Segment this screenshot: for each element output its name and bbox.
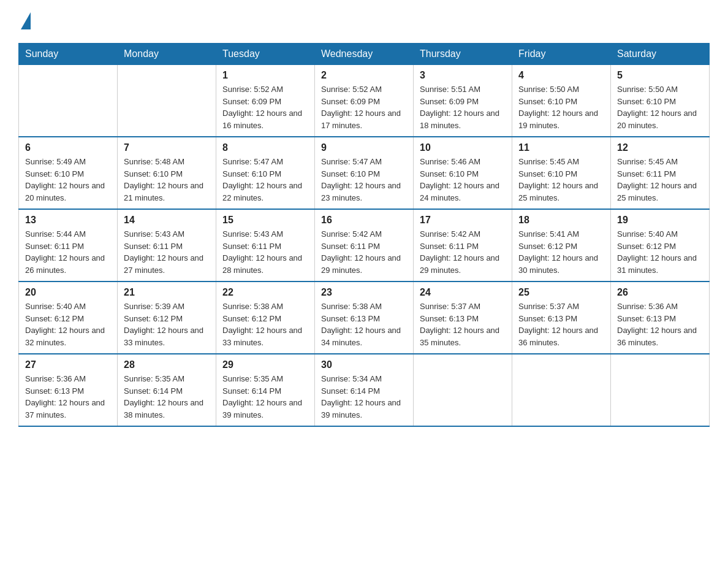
table-row <box>611 354 710 426</box>
week-row-4: 20Sunrise: 5:40 AMSunset: 6:12 PMDayligh… <box>19 282 710 354</box>
table-row: 25Sunrise: 5:37 AMSunset: 6:13 PMDayligh… <box>512 282 611 354</box>
day-number: 1 <box>222 70 308 81</box>
day-info: Sunrise: 5:35 AMSunset: 6:14 PMDaylight:… <box>124 373 210 421</box>
table-row: 18Sunrise: 5:41 AMSunset: 6:12 PMDayligh… <box>512 209 611 282</box>
day-number: 21 <box>124 287 210 298</box>
day-info: Sunrise: 5:45 AMSunset: 6:11 PMDaylight:… <box>617 156 703 204</box>
table-row: 29Sunrise: 5:35 AMSunset: 6:14 PMDayligh… <box>216 354 315 426</box>
table-row <box>19 65 118 137</box>
table-row: 16Sunrise: 5:42 AMSunset: 6:11 PMDayligh… <box>315 209 414 282</box>
table-row: 14Sunrise: 5:43 AMSunset: 6:11 PMDayligh… <box>118 209 216 282</box>
day-info: Sunrise: 5:38 AMSunset: 6:13 PMDaylight:… <box>321 301 407 348</box>
day-info: Sunrise: 5:51 AMSunset: 6:09 PMDaylight:… <box>420 83 506 131</box>
calendar-table: SundayMondayTuesdayWednesdayThursdayFrid… <box>18 43 710 427</box>
day-info: Sunrise: 5:47 AMSunset: 6:10 PMDaylight:… <box>222 156 308 204</box>
day-number: 11 <box>518 142 604 153</box>
table-row: 8Sunrise: 5:47 AMSunset: 6:10 PMDaylight… <box>216 137 315 209</box>
table-row: 11Sunrise: 5:45 AMSunset: 6:10 PMDayligh… <box>512 137 611 209</box>
day-number: 19 <box>617 215 703 226</box>
week-row-1: 1Sunrise: 5:52 AMSunset: 6:09 PMDaylight… <box>19 65 710 137</box>
table-row <box>118 65 216 137</box>
day-number: 10 <box>420 142 506 153</box>
week-row-5: 27Sunrise: 5:36 AMSunset: 6:13 PMDayligh… <box>19 354 710 426</box>
calendar-body: 1Sunrise: 5:52 AMSunset: 6:09 PMDaylight… <box>19 65 710 427</box>
day-info: Sunrise: 5:52 AMSunset: 6:09 PMDaylight:… <box>321 83 407 131</box>
day-number: 30 <box>321 359 407 370</box>
table-row: 19Sunrise: 5:40 AMSunset: 6:12 PMDayligh… <box>611 209 710 282</box>
table-row <box>512 354 611 426</box>
day-info: Sunrise: 5:36 AMSunset: 6:13 PMDaylight:… <box>617 301 703 348</box>
day-info: Sunrise: 5:37 AMSunset: 6:13 PMDaylight:… <box>518 301 604 348</box>
calendar-header: SundayMondayTuesdayWednesdayThursdayFrid… <box>19 44 710 65</box>
day-number: 3 <box>420 70 506 81</box>
day-info: Sunrise: 5:46 AMSunset: 6:10 PMDaylight:… <box>420 156 506 204</box>
table-row: 26Sunrise: 5:36 AMSunset: 6:13 PMDayligh… <box>611 282 710 354</box>
day-info: Sunrise: 5:45 AMSunset: 6:10 PMDaylight:… <box>518 156 604 204</box>
header-tuesday: Tuesday <box>216 44 315 65</box>
day-number: 4 <box>518 70 604 81</box>
table-row: 3Sunrise: 5:51 AMSunset: 6:09 PMDaylight… <box>414 65 512 137</box>
day-number: 17 <box>420 215 506 226</box>
day-info: Sunrise: 5:49 AMSunset: 6:10 PMDaylight:… <box>25 156 111 204</box>
day-info: Sunrise: 5:40 AMSunset: 6:12 PMDaylight:… <box>25 301 111 348</box>
day-number: 14 <box>124 215 210 226</box>
table-row: 27Sunrise: 5:36 AMSunset: 6:13 PMDayligh… <box>19 354 118 426</box>
table-row: 24Sunrise: 5:37 AMSunset: 6:13 PMDayligh… <box>414 282 512 354</box>
day-number: 28 <box>124 359 210 370</box>
day-info: Sunrise: 5:47 AMSunset: 6:10 PMDaylight:… <box>321 156 407 204</box>
table-row: 2Sunrise: 5:52 AMSunset: 6:09 PMDaylight… <box>315 65 414 137</box>
day-number: 26 <box>617 287 703 298</box>
day-info: Sunrise: 5:43 AMSunset: 6:11 PMDaylight:… <box>124 228 210 276</box>
day-number: 18 <box>518 215 604 226</box>
day-number: 12 <box>617 142 703 153</box>
table-row: 17Sunrise: 5:42 AMSunset: 6:11 PMDayligh… <box>414 209 512 282</box>
table-row: 13Sunrise: 5:44 AMSunset: 6:11 PMDayligh… <box>19 209 118 282</box>
day-info: Sunrise: 5:40 AMSunset: 6:12 PMDaylight:… <box>617 228 703 276</box>
day-info: Sunrise: 5:50 AMSunset: 6:10 PMDaylight:… <box>518 83 604 131</box>
table-row: 23Sunrise: 5:38 AMSunset: 6:13 PMDayligh… <box>315 282 414 354</box>
table-row: 20Sunrise: 5:40 AMSunset: 6:12 PMDayligh… <box>19 282 118 354</box>
day-info: Sunrise: 5:37 AMSunset: 6:13 PMDaylight:… <box>420 301 506 348</box>
day-number: 29 <box>222 359 308 370</box>
table-row: 4Sunrise: 5:50 AMSunset: 6:10 PMDaylight… <box>512 65 611 137</box>
header-friday: Friday <box>512 44 611 65</box>
table-row <box>414 354 512 426</box>
header-wednesday: Wednesday <box>315 44 414 65</box>
day-info: Sunrise: 5:44 AMSunset: 6:11 PMDaylight:… <box>25 228 111 276</box>
day-info: Sunrise: 5:39 AMSunset: 6:12 PMDaylight:… <box>124 301 210 348</box>
day-info: Sunrise: 5:52 AMSunset: 6:09 PMDaylight:… <box>222 83 308 131</box>
table-row: 22Sunrise: 5:38 AMSunset: 6:12 PMDayligh… <box>216 282 315 354</box>
header-thursday: Thursday <box>414 44 512 65</box>
day-number: 7 <box>124 142 210 153</box>
day-info: Sunrise: 5:43 AMSunset: 6:11 PMDaylight:… <box>222 228 308 276</box>
day-number: 22 <box>222 287 308 298</box>
header-saturday: Saturday <box>611 44 710 65</box>
table-row: 15Sunrise: 5:43 AMSunset: 6:11 PMDayligh… <box>216 209 315 282</box>
table-row: 10Sunrise: 5:46 AMSunset: 6:10 PMDayligh… <box>414 137 512 209</box>
days-of-week-row: SundayMondayTuesdayWednesdayThursdayFrid… <box>19 44 710 65</box>
day-info: Sunrise: 5:41 AMSunset: 6:12 PMDaylight:… <box>518 228 604 276</box>
day-info: Sunrise: 5:38 AMSunset: 6:12 PMDaylight:… <box>222 301 308 348</box>
day-number: 2 <box>321 70 407 81</box>
day-info: Sunrise: 5:36 AMSunset: 6:13 PMDaylight:… <box>25 373 111 421</box>
day-number: 6 <box>25 142 111 153</box>
day-info: Sunrise: 5:50 AMSunset: 6:10 PMDaylight:… <box>617 83 703 131</box>
table-row: 1Sunrise: 5:52 AMSunset: 6:09 PMDaylight… <box>216 65 315 137</box>
logo <box>18 12 31 31</box>
day-number: 27 <box>25 359 111 370</box>
day-info: Sunrise: 5:35 AMSunset: 6:14 PMDaylight:… <box>222 373 308 421</box>
day-number: 5 <box>617 70 703 81</box>
table-row: 30Sunrise: 5:34 AMSunset: 6:14 PMDayligh… <box>315 354 414 426</box>
table-row: 12Sunrise: 5:45 AMSunset: 6:11 PMDayligh… <box>611 137 710 209</box>
day-info: Sunrise: 5:42 AMSunset: 6:11 PMDaylight:… <box>321 228 407 276</box>
day-number: 24 <box>420 287 506 298</box>
day-number: 13 <box>25 215 111 226</box>
week-row-3: 13Sunrise: 5:44 AMSunset: 6:11 PMDayligh… <box>19 209 710 282</box>
day-number: 23 <box>321 287 407 298</box>
table-row: 9Sunrise: 5:47 AMSunset: 6:10 PMDaylight… <box>315 137 414 209</box>
table-row: 21Sunrise: 5:39 AMSunset: 6:12 PMDayligh… <box>118 282 216 354</box>
day-number: 20 <box>25 287 111 298</box>
day-number: 9 <box>321 142 407 153</box>
day-info: Sunrise: 5:34 AMSunset: 6:14 PMDaylight:… <box>321 373 407 421</box>
week-row-2: 6Sunrise: 5:49 AMSunset: 6:10 PMDaylight… <box>19 137 710 209</box>
